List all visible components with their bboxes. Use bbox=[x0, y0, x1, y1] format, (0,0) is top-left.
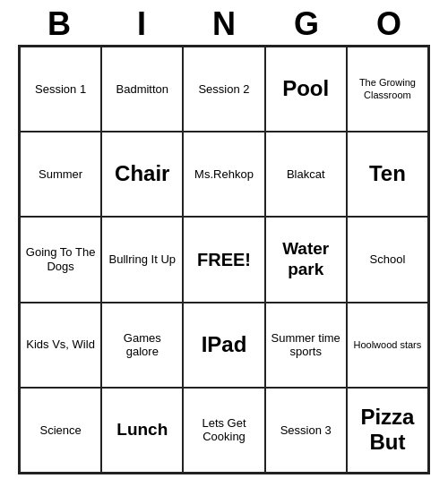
cell-r4-c3: Session 3 bbox=[265, 388, 347, 473]
cell-r1-c0: Summer bbox=[20, 132, 101, 217]
bingo-letter-i: I bbox=[106, 5, 177, 43]
bingo-header: BINGO bbox=[18, 0, 430, 45]
cell-r2-c0: Going To The Dogs bbox=[20, 217, 101, 302]
cell-r3-c1: Games galore bbox=[101, 303, 183, 388]
cell-r3-c3: Summer time sports bbox=[265, 303, 347, 388]
cell-r2-c4: School bbox=[347, 217, 428, 302]
cell-r3-c2: IPad bbox=[183, 303, 264, 388]
cell-r0-c4: The Growing Classroom bbox=[347, 47, 428, 132]
cell-r0-c1: Badmitton bbox=[101, 47, 183, 132]
cell-r1-c4: Ten bbox=[347, 132, 428, 217]
bingo-letter-n: N bbox=[188, 5, 260, 43]
bingo-grid: Session 1BadmittonSession 2PoolThe Growi… bbox=[18, 45, 430, 474]
cell-r1-c3: Blakcat bbox=[265, 132, 347, 217]
bingo-letter-o: O bbox=[353, 5, 425, 43]
cell-r0-c3: Pool bbox=[265, 47, 347, 132]
bingo-letter-b: B bbox=[23, 5, 95, 43]
cell-r2-c2: FREE! bbox=[183, 217, 264, 302]
cell-r4-c4: Pizza But bbox=[347, 388, 428, 473]
cell-r2-c3: Water park bbox=[265, 217, 347, 302]
bingo-letter-g: G bbox=[271, 5, 342, 43]
cell-r1-c1: Chair bbox=[101, 132, 183, 217]
cell-r2-c1: Bullring It Up bbox=[101, 217, 183, 302]
cell-r3-c0: Kids Vs, Wild bbox=[20, 303, 101, 388]
cell-r4-c1: Lunch bbox=[101, 388, 183, 473]
cell-r3-c4: Hoolwood stars bbox=[347, 303, 428, 388]
cell-r4-c0: Science bbox=[20, 388, 101, 473]
cell-r0-c2: Session 2 bbox=[183, 47, 264, 132]
cell-r1-c2: Ms.Rehkop bbox=[183, 132, 264, 217]
cell-r4-c2: Lets Get Cooking bbox=[183, 388, 264, 473]
cell-r0-c0: Session 1 bbox=[20, 47, 101, 132]
